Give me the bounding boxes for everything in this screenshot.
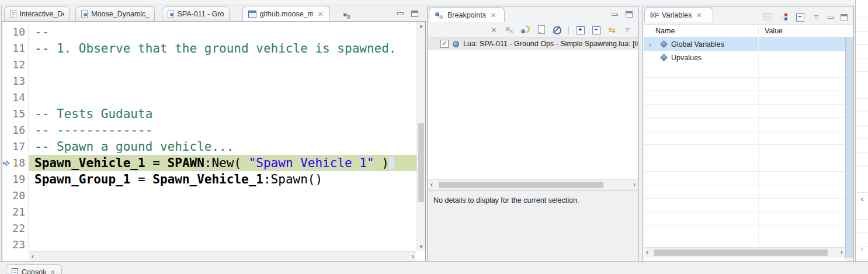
- breakpoints-tab[interactable]: Breakpoints: [429, 7, 505, 22]
- collapse-all-icon[interactable]: [591, 25, 601, 34]
- skip-all-breakpoints-icon[interactable]: [552, 25, 562, 34]
- scroll-right-icon[interactable]: [841, 248, 843, 256]
- tab-interactive-deb[interactable]: Interactive_Deb: [4, 6, 70, 21]
- variables-vertical-scrollbar[interactable]: [845, 37, 853, 258]
- scroll-left-icon[interactable]: [857, 244, 867, 256]
- go-to-file-icon[interactable]: [536, 25, 546, 34]
- expand-chevron-icon[interactable]: [644, 37, 657, 51]
- tab-github-moose[interactable]: github.moose_mi: [242, 6, 330, 21]
- editor-horizontal-scrollbar[interactable]: [29, 251, 416, 261]
- code-line[interactable]: [29, 220, 416, 237]
- scroll-left-icon[interactable]: [32, 252, 34, 261]
- link-with-debug-icon[interactable]: [607, 25, 617, 34]
- scroll-up-icon[interactable]: [417, 23, 425, 29]
- minimize-icon[interactable]: [397, 12, 404, 15]
- collapse-all-icon[interactable]: [795, 12, 805, 22]
- variables-horizontal-scrollbar[interactable]: [644, 247, 845, 257]
- tab-label: github.moose_mi: [260, 10, 314, 18]
- code-line[interactable]: [29, 237, 416, 251]
- annotation-ruler-cell[interactable]: [2, 237, 11, 251]
- code-line[interactable]: -- -------------: [29, 122, 416, 138]
- close-icon[interactable]: [489, 11, 497, 19]
- close-icon[interactable]: [695, 11, 703, 19]
- scroll-down-icon[interactable]: [417, 244, 425, 249]
- code-row: 15 -- Tests Gudauta: [2, 106, 416, 122]
- code-row: 22: [2, 220, 416, 237]
- minimize-icon[interactable]: [828, 16, 834, 19]
- code-line[interactable]: Spawn_Group_1 = Spawn_Vehicle_1:Spawn(): [29, 171, 416, 188]
- variables-tab[interactable]: (x)= Variables: [644, 7, 713, 22]
- annotation-ruler-cell[interactable]: [2, 57, 11, 73]
- annotation-ruler-cell[interactable]: [2, 138, 11, 155]
- show-logical-structure-icon[interactable]: [779, 12, 789, 22]
- variable-row-global-variables[interactable]: Global Variables: [644, 37, 853, 51]
- annotation-ruler-cell[interactable]: [2, 24, 11, 40]
- code-row: 11 -- 1. Observe that the ground vehicle…: [2, 40, 416, 57]
- code-global: Spawn_Vehicle_1: [152, 172, 263, 186]
- annotation-ruler-cell[interactable]: [2, 188, 11, 204]
- annotation-ruler-cell[interactable]: [2, 171, 11, 188]
- breakpoints-details-pane: No details to display for the current se…: [428, 190, 638, 262]
- maximize-icon[interactable]: [411, 11, 418, 17]
- column-header-value[interactable]: Value: [758, 27, 853, 35]
- tab-moose-dynamic[interactable]: Moose_Dynamic_L: [75, 6, 155, 21]
- maximize-icon[interactable]: [626, 11, 633, 18]
- annotation-ruler-cell[interactable]: [2, 122, 11, 138]
- annotation-ruler-cell[interactable]: [2, 73, 11, 89]
- code-line[interactable]: [29, 89, 416, 106]
- code-line[interactable]: Spawn_Vehicle_1 = SPAWN:New( "Spawn Vehi…: [29, 155, 416, 171]
- close-icon[interactable]: [49, 268, 56, 274]
- breakpoints-tab-label: Breakpoints: [447, 11, 486, 19]
- line-number: 17: [11, 138, 29, 155]
- scrollbar-thumb[interactable]: [439, 182, 603, 188]
- show-type-names-icon[interactable]: [763, 13, 772, 20]
- annotation-ruler-cell[interactable]: [2, 155, 11, 171]
- annotation-ruler-cell[interactable]: [2, 89, 11, 106]
- scrollbar-thumb[interactable]: [654, 249, 828, 256]
- editor-vertical-scrollbar[interactable]: [416, 22, 425, 251]
- toolbar-separator: [568, 26, 569, 34]
- editor-part: Interactive_Deb Moose_Dynamic_L SPA-011 …: [1, 5, 425, 262]
- annotation-ruler-cell[interactable]: [2, 106, 11, 122]
- view-menu-icon[interactable]: [811, 12, 821, 22]
- remove-all-breakpoints-icon[interactable]: [505, 25, 515, 34]
- breakpoints-horizontal-scrollbar[interactable]: [428, 179, 638, 189]
- annotation-ruler-cell[interactable]: [2, 220, 11, 237]
- annotation-ruler-cell[interactable]: [2, 40, 11, 57]
- variable-row-upvalues[interactable]: Upvalues: [644, 51, 853, 64]
- code-line[interactable]: [29, 57, 416, 73]
- variable-name: Global Variables: [671, 40, 724, 48]
- console-tab[interactable]: Console: [6, 264, 62, 274]
- show-supported-breakpoints-icon[interactable]: [520, 25, 530, 34]
- maximize-icon[interactable]: [841, 14, 848, 20]
- scroll-left-icon[interactable]: [857, 195, 867, 206]
- breakpoint-item[interactable]: Lua: SPA-011 - Ground Ops - Simple Spawn…: [428, 37, 638, 50]
- column-header-name[interactable]: Name: [644, 27, 758, 35]
- code-line[interactable]: [29, 73, 416, 89]
- line-number: 22: [11, 220, 29, 237]
- scroll-right-icon[interactable]: [412, 252, 414, 261]
- minimize-icon[interactable]: [612, 13, 618, 16]
- scroll-left-icon[interactable]: [430, 181, 433, 189]
- remove-breakpoint-icon[interactable]: [489, 25, 499, 34]
- code-line[interactable]: --: [29, 24, 416, 40]
- tab-overflow-chevron[interactable]: 8: [343, 10, 350, 20]
- code-row: 20: [2, 188, 416, 204]
- scroll-left-icon[interactable]: [646, 248, 648, 256]
- code-row: 10 --: [2, 24, 416, 40]
- close-icon[interactable]: [317, 10, 324, 18]
- code-line[interactable]: [29, 188, 416, 204]
- code-area: 10 -- 11 -- 1. Observe that the ground v…: [2, 24, 416, 251]
- caret-block: [389, 157, 394, 169]
- view-menu-icon[interactable]: [623, 25, 633, 34]
- scroll-right-icon[interactable]: [633, 181, 636, 189]
- expand-all-icon[interactable]: [575, 25, 585, 34]
- annotation-ruler-cell[interactable]: [2, 204, 11, 220]
- code-line[interactable]: -- Tests Gudauta: [29, 106, 416, 122]
- code-line[interactable]: -- Spawn a gound vehicle...: [29, 138, 416, 155]
- code-line[interactable]: [29, 204, 416, 220]
- scrollbar-thumb[interactable]: [418, 123, 424, 202]
- tab-spa-011[interactable]: SPA-011 - Groun: [162, 6, 230, 21]
- breakpoint-checkbox[interactable]: [440, 40, 449, 48]
- code-line[interactable]: -- 1. Observe that the ground vehicle is…: [29, 40, 416, 57]
